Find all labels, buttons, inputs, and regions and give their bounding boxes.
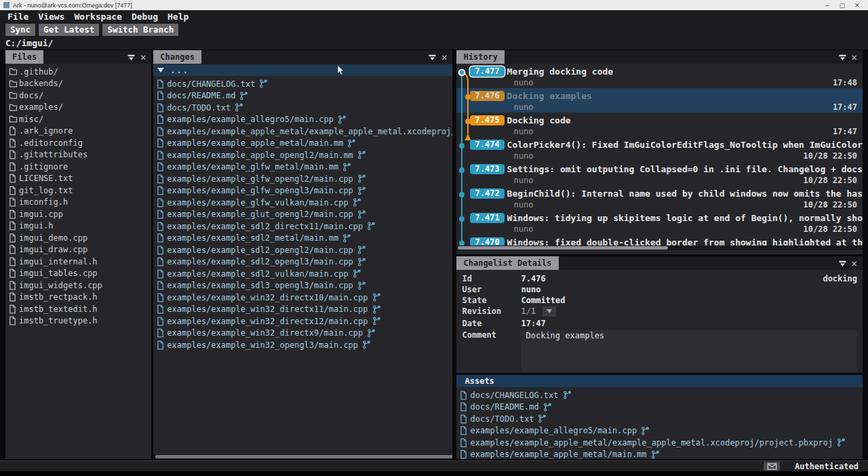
changelist-details-panel: Changelist Details ✕ Id7.476dockingUsern… <box>456 256 863 373</box>
history-entry[interactable]: 7.472 BeginChild(): Internal name used b… <box>456 186 863 210</box>
history-entry[interactable]: 7.475 Docking code nuno 17:47 <box>456 113 863 137</box>
list-item[interactable]: examples/example_win32_directx12/main.cp… <box>153 315 452 328</box>
mail-icon[interactable] <box>764 462 780 471</box>
list-item[interactable]: imgui_demo.cpp <box>5 232 151 244</box>
list-item[interactable]: examples/example_win32_directx10/main.cp… <box>153 292 452 304</box>
filter-icon[interactable] <box>839 51 846 64</box>
file-icon <box>9 269 19 278</box>
list-item[interactable]: examples/example_apple_metal/example_app… <box>153 125 452 138</box>
maximize-icon[interactable]: ▢ <box>835 2 850 9</box>
detail-label: Comment <box>462 330 521 340</box>
list-item[interactable]: backends/ <box>5 78 151 90</box>
list-item[interactable]: examples/example_glfw_opengl3/main.cpp <box>153 185 452 197</box>
menu-item-views[interactable]: Views <box>33 12 69 22</box>
list-item[interactable]: imgui_draw.cpp <box>5 244 151 256</box>
changes-hscrollbar[interactable] <box>153 454 452 459</box>
list-item[interactable]: LICENSE.txt <box>5 173 151 185</box>
list-item[interactable]: imgui.h <box>5 220 151 233</box>
list-item[interactable]: .github/ <box>5 66 151 78</box>
scrollbar-thumb[interactable] <box>155 455 452 458</box>
list-item[interactable]: .editorconfig <box>5 137 151 149</box>
list-item[interactable]: examples/example_apple_metal/example_app… <box>456 437 863 449</box>
panel-close-icon[interactable]: ✕ <box>852 54 857 60</box>
filter-icon[interactable] <box>839 257 846 270</box>
list-item[interactable]: examples/example_apple_opengl2/main.mm <box>153 149 452 161</box>
list-item[interactable]: git_log.txt <box>5 184 151 197</box>
list-item[interactable]: examples/example_allegro5/main.cpp <box>153 114 452 126</box>
expand-arrow-icon[interactable] <box>157 68 164 73</box>
sync-button[interactable]: Sync <box>5 24 35 36</box>
list-item[interactable]: docs/CHANGELOG.txt <box>153 78 452 90</box>
list-item[interactable]: examples/example_sdl2_directx11/main.cpp <box>153 220 452 233</box>
menu-item-file[interactable]: File <box>3 12 33 22</box>
menu-item-workspace[interactable]: Workspace <box>69 12 126 22</box>
history-entry[interactable]: 7.471 Windows: tidying up skipitems logi… <box>456 210 863 235</box>
list-item[interactable]: examples/example_glfw_metal/main.mm <box>153 161 452 174</box>
list-item[interactable]: examples/example_sdl2_opengl2/main.cpp <box>153 244 452 256</box>
menu-item-help[interactable]: Help <box>163 12 193 22</box>
list-item[interactable]: examples/example_sdl2_vulkan/main.cpp <box>153 268 452 280</box>
list-item[interactable]: imgui_tables.cpp <box>5 268 151 280</box>
list-item[interactable]: .gitignore <box>5 161 151 173</box>
comment-box[interactable]: Docking examples <box>521 330 857 372</box>
history-entry[interactable]: 7.474 ColorPicker4(): Fixed ImGuiColorEd… <box>456 137 863 161</box>
history-entry[interactable]: 7.476 Docking examples nuno 17:47 <box>456 88 863 113</box>
list-item[interactable]: docs/README.md <box>456 401 863 414</box>
revision-dropdown[interactable] <box>542 306 556 317</box>
panel-close-icon[interactable]: ✕ <box>852 260 857 266</box>
list-item[interactable]: imstb_rectpack.h <box>5 292 151 304</box>
panel-close-icon[interactable]: ✕ <box>441 54 447 60</box>
workspace: Files ✕ .github/backends/docs/examples/m… <box>0 49 868 460</box>
tab-files[interactable]: Files <box>5 50 43 64</box>
list-item[interactable]: examples/example_glut_opengl2/main.cpp <box>153 209 452 221</box>
list-item[interactable]: examples/example_sdl2_opengl3/main.cpp <box>153 256 452 269</box>
file-name: imgui.h <box>19 221 54 231</box>
list-item[interactable]: imgui_widgets.cpp <box>5 279 151 292</box>
list-item[interactable]: docs/README.md <box>153 90 452 102</box>
close-icon[interactable]: ✕ <box>850 2 865 9</box>
list-item[interactable]: docs/TODO.txt <box>456 413 863 425</box>
detail-label: State <box>462 296 521 305</box>
list-item[interactable]: examples/example_sdl3_opengl3/main.cpp <box>153 280 452 292</box>
list-item[interactable]: .ark_ignore <box>5 125 151 138</box>
tab-changes[interactable]: Changes <box>153 50 201 64</box>
filter-icon[interactable] <box>429 51 436 64</box>
list-item[interactable]: imstb_textedit.h <box>5 303 151 315</box>
list-item[interactable]: imgui.cpp <box>5 208 151 220</box>
list-item[interactable]: examples/example_glfw_vulkan/main.cpp <box>153 197 452 209</box>
switch-branch-button[interactable]: Switch Branch <box>102 24 178 36</box>
list-item[interactable]: examples/example_win32_directx11/main.cp… <box>153 304 452 316</box>
top-bars: FileViewsWorkspaceDebugHelp SyncGet Late… <box>0 10 868 49</box>
list-item[interactable]: .gitattributes <box>5 149 151 161</box>
changes-root-row[interactable]: ... <box>153 64 452 76</box>
list-item[interactable]: docs/CHANGELOG.txt <box>456 389 863 401</box>
scrollbar-thumb[interactable] <box>458 246 668 250</box>
minimize-icon[interactable]: – <box>820 2 835 9</box>
list-item[interactable]: examples/example_apple_metal/main.mm <box>153 138 452 150</box>
list-item[interactable]: misc/ <box>5 113 151 125</box>
detail-value: 17:47 <box>521 319 545 328</box>
list-item[interactable]: examples/example_win32_directx9/main.cpp <box>153 328 452 340</box>
list-item[interactable]: imstb_truetype.h <box>5 315 151 328</box>
tab-history[interactable]: History <box>456 50 505 64</box>
list-item[interactable]: imgui_internal.h <box>5 256 151 268</box>
window-title: Ark - nuno@ark-vcs.com:Omega:dev [7477] <box>13 2 132 9</box>
list-item[interactable]: docs/TODO.txt <box>153 102 452 114</box>
panel-close-icon[interactable]: ✕ <box>140 54 146 60</box>
history-entry[interactable]: 7.477 Merging docking code nuno 17:48 <box>456 64 863 88</box>
list-item[interactable]: examples/example_win32_opengl3/main.cpp <box>153 339 452 351</box>
history-hscrollbar[interactable] <box>456 245 863 250</box>
tab-changelist-details[interactable]: Changelist Details <box>456 256 558 270</box>
filter-icon[interactable] <box>127 51 135 64</box>
list-item[interactable]: examples/example_apple_metal/main.mm <box>456 449 863 460</box>
list-item[interactable]: examples/ <box>5 102 151 114</box>
get-latest-button[interactable]: Get Latest <box>39 24 99 36</box>
history-entry[interactable]: 7.470 Windows: fixed double-clicked bord… <box>456 235 863 245</box>
menu-item-debug[interactable]: Debug <box>127 12 163 22</box>
list-item[interactable]: imconfig.h <box>5 197 151 209</box>
list-item[interactable]: docs/ <box>5 90 151 102</box>
history-entry[interactable]: 7.473 Settings: omit outputing Collapsed… <box>456 161 863 186</box>
list-item[interactable]: examples/example_sdl2_metal/main.mm <box>153 233 452 245</box>
list-item[interactable]: examples/example_glfw_opengl2/main.cpp <box>153 173 452 185</box>
list-item[interactable]: examples/example_allegro5/main.cpp <box>456 425 863 437</box>
